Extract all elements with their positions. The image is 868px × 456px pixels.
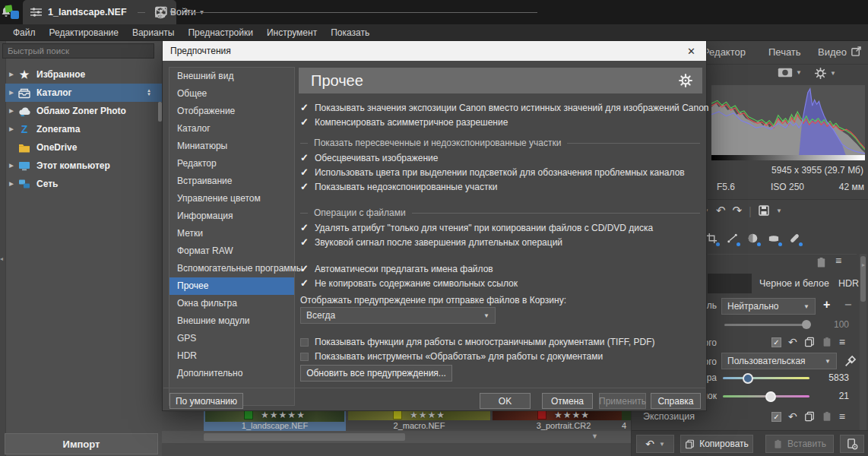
color-label-chip[interactable] — [393, 410, 402, 420]
white-balance-dropdown[interactable]: Пользовательская▼ — [721, 353, 837, 369]
checkbox-compensate-resolution[interactable]: ✓Компенсировать асимметричное разрешение — [300, 116, 508, 128]
rotate-left-icon[interactable]: ↶ — [716, 204, 726, 217]
fullscreen-group[interactable]: ▼ — [138, 7, 537, 18]
expand-arrow-icon[interactable]: ▶ — [5, 108, 17, 114]
checkbox-multipage-documents[interactable]: Показывать функции для работы с многостр… — [300, 336, 654, 348]
menu-icon[interactable]: ≡ — [839, 410, 845, 423]
style-dropdown[interactable]: Нейтрально▼ — [721, 298, 816, 315]
ok-button[interactable]: OK — [480, 393, 531, 409]
tab-editor[interactable]: Редактор — [703, 46, 746, 58]
nav-display[interactable]: Отображение — [169, 103, 294, 120]
nav-general[interactable]: Общее — [169, 85, 294, 103]
nav-other[interactable]: Прочее — [169, 277, 294, 295]
apply-button[interactable]: Применить — [599, 393, 646, 409]
nav-filter-windows[interactable]: Окна фильтра — [169, 295, 294, 312]
filmstrip-scrollbar-thumb[interactable] — [204, 433, 405, 441]
remove-preset-button[interactable]: − — [844, 298, 851, 312]
tab-black-and-white[interactable]: Черное и белое — [759, 278, 829, 289]
copy-icon[interactable] — [804, 337, 815, 347]
expand-arrow-icon[interactable]: ▶ — [5, 71, 17, 78]
undo-icon[interactable]: ↶ — [788, 336, 797, 348]
expand-arrow-icon[interactable]: ▶ — [5, 163, 17, 169]
chevron-down-icon[interactable]: ▼ — [776, 207, 782, 214]
checkbox-desaturate[interactable]: ✓Обесцвечивать изображение — [300, 152, 438, 164]
nav-embedding[interactable]: Встраивание — [169, 173, 294, 190]
sidebar-item-zonerama[interactable]: ▶ Z Zonerama — [5, 120, 162, 138]
nav-color-management[interactable]: Управление цветом — [169, 190, 294, 207]
star-rating[interactable]: ★★★★ — [410, 410, 445, 420]
nav-helper-programs[interactable]: Вспомогательные программы — [169, 260, 294, 277]
eyedropper-icon[interactable] — [844, 353, 858, 367]
temperature-slider[interactable] — [723, 377, 809, 379]
nav-advanced[interactable]: Дополнительно — [169, 365, 294, 382]
checkbox-develop-tools-documents[interactable]: Показывать инструменты «Обработать» для … — [300, 350, 603, 363]
dialog-close-button[interactable]: ✕ — [684, 46, 699, 57]
preview-mode-button[interactable]: ▼ — [778, 67, 802, 78]
sidebar-item-onedrive[interactable]: ▶ OneDrive — [5, 138, 162, 157]
paste-icon[interactable] — [822, 411, 832, 422]
checkbox-canon-exposure[interactable]: ✓Показывать значения экспозиции Canon вм… — [300, 102, 709, 114]
sidebar-item-catalog[interactable]: ▶ Каталог ▲▼ — [5, 84, 162, 102]
paste-icon[interactable] — [822, 337, 832, 347]
rotate-right-icon[interactable]: ↷ — [733, 204, 743, 217]
search-input[interactable] — [2, 43, 154, 59]
menu-icon[interactable]: ≡ — [839, 336, 845, 348]
cancel-button[interactable]: Отмена — [542, 393, 593, 409]
filmstrip-scrollbar[interactable]: ▼ — [162, 431, 631, 443]
reset-warnings-button[interactable]: Обновить все предупреждения... — [300, 365, 452, 382]
sidebar-item-favorites[interactable]: ▶ ★ Избранное — [5, 65, 162, 84]
crop-tool-icon[interactable] — [706, 233, 718, 244]
nav-plugins[interactable]: Внешние модули — [169, 312, 294, 330]
import-button[interactable]: Импорт — [5, 433, 158, 454]
expand-arrow-icon[interactable]: ▶ — [5, 126, 17, 132]
nav-appearance[interactable]: Внешний вид — [169, 68, 294, 85]
nav-gps[interactable]: GPS — [169, 330, 294, 347]
tab-video[interactable]: Видео — [818, 46, 847, 58]
tab-print[interactable]: Печать — [768, 46, 801, 58]
sidebar-item-zoner-cloud[interactable]: ▶ Облако Zoner Photo — [5, 102, 162, 120]
undo-button[interactable]: ↶ ▼ — [636, 435, 674, 453]
color-tool-icon[interactable] — [747, 233, 759, 244]
checkbox-remove-readonly[interactable]: ✓Удалять атрибут "только для чтения" при… — [300, 222, 653, 234]
save-icon[interactable] — [759, 205, 769, 216]
histogram-settings-button[interactable]: ▼ — [814, 67, 836, 80]
tint-slider-thumb[interactable] — [765, 391, 776, 402]
strength-slider[interactable] — [724, 324, 809, 326]
add-preset-button[interactable]: + — [823, 298, 830, 312]
nav-catalog[interactable]: Каталог — [169, 120, 294, 138]
tab-hdr[interactable]: HDR — [838, 278, 859, 289]
menu-presets[interactable]: Преднастройки — [181, 27, 260, 38]
batch-settings-button[interactable] — [840, 435, 864, 453]
copy-icon[interactable] — [804, 411, 815, 422]
panel-collapse-icon[interactable]: ▸ — [862, 261, 865, 268]
paste-settings-button[interactable]: Вставить — [765, 435, 834, 453]
menu-edit[interactable]: Редактирование — [43, 27, 125, 38]
checkbox-sound-signal[interactable]: ✓Звуковой сигнал после завершения длител… — [300, 236, 562, 249]
section-enabled-checkbox[interactable]: ✓ — [771, 412, 781, 422]
dialog-titlebar[interactable]: Предпочтения ✕ — [163, 41, 706, 61]
expand-arrow-icon[interactable]: ▶ — [5, 90, 17, 96]
color-label-chip[interactable] — [244, 410, 253, 420]
nav-raw-format[interactable]: Формат RAW — [169, 242, 294, 260]
help-button[interactable]: Справка — [651, 393, 701, 409]
nav-thumbnails[interactable]: Миниатюры — [169, 138, 294, 155]
recycle-warning-dropdown[interactable]: Всегда▼ — [300, 307, 496, 324]
healing-tool-icon[interactable] — [789, 233, 800, 244]
menu-variants[interactable]: Варианты — [125, 27, 181, 38]
checkbox-highlight-colors[interactable]: ✓Использовать цвета при выделении подсве… — [300, 166, 685, 179]
temperature-slider-thumb[interactable] — [743, 373, 753, 384]
paste-icon[interactable] — [816, 257, 827, 268]
nav-labels[interactable]: Метки — [169, 225, 294, 242]
star-rating[interactable]: ★★★★★ — [261, 410, 306, 420]
expand-arrow-icon[interactable]: ▶ — [5, 181, 17, 187]
sidebar-item-network[interactable]: ▶ Сеть — [5, 175, 162, 193]
menu-tool[interactable]: Инструмент — [260, 27, 324, 38]
menu-file[interactable]: Файл — [6, 27, 43, 38]
checkbox-suggest-filenames[interactable]: ✓Автоматически предлагать имена файлов — [300, 263, 493, 275]
section-enabled-checkbox[interactable]: ✓ — [771, 337, 781, 347]
panorama-tool-icon[interactable] — [768, 233, 780, 244]
strength-slider-thumb[interactable] — [802, 320, 811, 329]
checkbox-underexposed[interactable]: ✓Показывать недоэкспонированные участки — [300, 181, 497, 193]
menu-icon[interactable]: ≡ — [835, 255, 841, 267]
undo-icon[interactable]: ↶ — [788, 410, 797, 423]
